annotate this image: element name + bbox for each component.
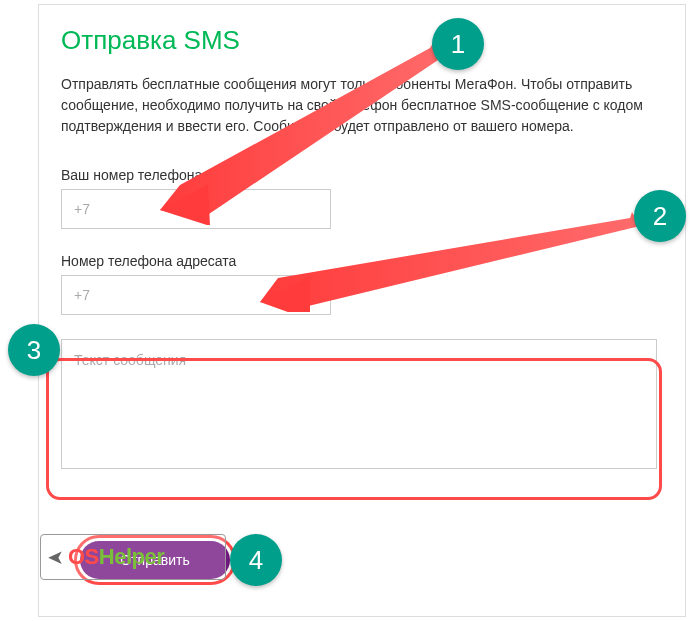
- recipient-phone-label: Номер телефона адресата: [61, 253, 663, 269]
- sender-phone-input[interactable]: [61, 189, 331, 229]
- sms-form-card: Отправка SMS Отправлять бесплатные сообщ…: [38, 4, 686, 617]
- recipient-phone-input[interactable]: [61, 275, 331, 315]
- watermark-os: OS: [68, 544, 99, 569]
- watermark-helper: Helper: [99, 544, 164, 569]
- annotation-step-1: 1: [432, 18, 484, 70]
- message-textarea[interactable]: [61, 339, 657, 469]
- page-description: Отправлять бесплатные сообщения могут то…: [61, 74, 663, 137]
- annotation-step-3: 3: [8, 324, 60, 376]
- annotation-step-4: 4: [230, 534, 282, 586]
- page-title: Отправка SMS: [61, 25, 663, 56]
- sender-phone-label: Ваш номер телефона: [61, 167, 663, 183]
- cursor-icon: ➤: [47, 545, 64, 569]
- annotation-step-2: 2: [634, 190, 686, 242]
- watermark-oshelper: ➤ OSHelper: [40, 534, 226, 580]
